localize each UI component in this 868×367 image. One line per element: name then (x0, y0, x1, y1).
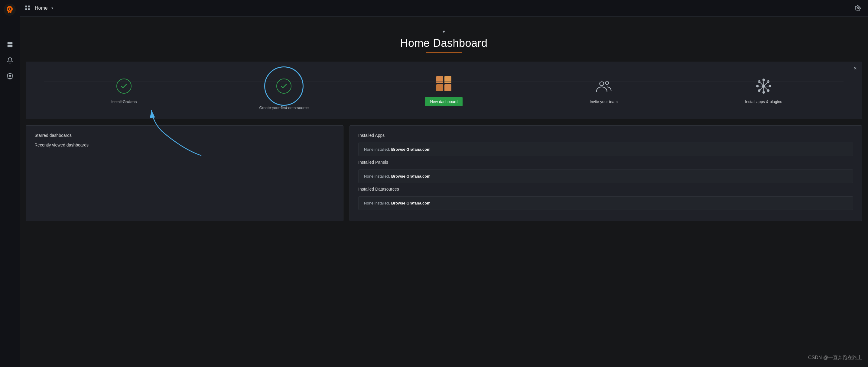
close-icon[interactable]: × (854, 66, 857, 71)
step2-icon-area (269, 71, 299, 101)
installed-apps-row: None installed. Browse Grafana.com (358, 142, 853, 156)
new-dashboard-button[interactable]: New dashboard (425, 97, 462, 106)
grafana-logo[interactable] (4, 4, 16, 16)
svg-rect-11 (28, 5, 30, 7)
topbar-settings-button[interactable] (852, 3, 863, 13)
main-content: Home ▾ ▾ Home Dashboard × (20, 0, 868, 367)
setup-step-install-plugins: Install apps & plugins (734, 77, 794, 104)
step5-label: Install apps & plugins (745, 99, 782, 104)
svg-point-23 (756, 85, 758, 87)
step4-icon-area (595, 77, 613, 95)
dashboard-header-chevron-icon: ▾ (20, 29, 868, 34)
step2-check-icon (276, 78, 291, 94)
svg-point-24 (769, 85, 771, 87)
block-cell-4 (444, 84, 452, 91)
lower-content: Starred dashboards Recently viewed dashb… (26, 125, 862, 221)
svg-point-9 (9, 75, 11, 77)
svg-point-21 (763, 79, 765, 81)
svg-point-29 (762, 85, 765, 88)
svg-point-22 (763, 92, 765, 94)
step2-label: Create your first data source (259, 105, 309, 110)
page-area: ▾ Home Dashboard × Install Grafana (20, 16, 868, 367)
setup-step-create-datasource: Create your first data source (254, 71, 314, 110)
step3-icon-area (435, 75, 453, 93)
grid-icon (25, 5, 31, 12)
svg-rect-6 (10, 42, 12, 44)
svg-rect-8 (10, 45, 12, 47)
setup-step-new-dashboard: New dashboard (413, 75, 474, 106)
step1-label: Install Grafana (111, 99, 137, 104)
block-cell-2 (444, 76, 452, 83)
installed-panels-row: None installed. Browse Grafana.com (358, 169, 853, 183)
sidebar (0, 0, 20, 367)
installed-datasources-row: None installed. Browse Grafana.com (358, 196, 853, 210)
svg-point-2 (9, 8, 10, 10)
svg-rect-13 (28, 8, 30, 10)
svg-point-27 (758, 90, 760, 92)
installed-panels-title: Installed Panels (358, 160, 853, 165)
installed-datasources-title: Installed Datasources (358, 187, 853, 192)
step1-check-icon (116, 78, 131, 94)
block-cell-3 (436, 84, 443, 91)
topbar-chevron-icon: ▾ (52, 6, 53, 10)
sidebar-item-dashboards[interactable] (3, 38, 17, 52)
svg-point-25 (758, 81, 760, 83)
topbar-nav: Home ▾ (25, 5, 53, 12)
starred-dashboards-link[interactable]: Starred dashboards (34, 133, 335, 138)
svg-rect-10 (25, 5, 27, 7)
step4-label: Invite your team (590, 99, 618, 104)
plugins-icon (755, 78, 772, 94)
svg-point-26 (767, 81, 769, 83)
step5-icon-area (755, 77, 773, 95)
svg-rect-5 (7, 42, 9, 44)
right-panel: Installed Apps None installed. Browse Gr… (349, 125, 862, 221)
svg-point-16 (605, 81, 609, 85)
watermark: CSDN @一直奔跑在路上 (808, 355, 862, 361)
sidebar-item-configuration[interactable] (3, 69, 17, 83)
people-icon (596, 78, 612, 94)
setup-step-invite-team: Invite your team (574, 77, 634, 104)
dashboard-header: ▾ Home Dashboard (20, 16, 868, 62)
svg-point-15 (599, 81, 604, 86)
sidebar-item-alerting[interactable] (3, 54, 17, 67)
browse-panels-link[interactable]: Browse Grafana.com (391, 174, 431, 178)
setup-banner: × Install Grafana (26, 62, 862, 119)
topbar-title: Home (35, 5, 48, 11)
svg-point-28 (767, 90, 769, 92)
browse-datasources-link[interactable]: Browse Grafana.com (391, 201, 431, 205)
setup-step-install-grafana: Install Grafana (94, 77, 154, 104)
dashboard-title: Home Dashboard (20, 37, 868, 49)
svg-rect-7 (7, 45, 9, 47)
browse-apps-link[interactable]: Browse Grafana.com (391, 147, 431, 152)
blocks-icon (436, 76, 452, 91)
installed-apps-title: Installed Apps (358, 133, 853, 138)
svg-point-14 (857, 7, 859, 9)
svg-rect-12 (25, 8, 27, 10)
left-panel: Starred dashboards Recently viewed dashb… (26, 125, 343, 221)
topbar: Home ▾ (20, 0, 868, 16)
sidebar-item-create[interactable] (3, 22, 17, 36)
recently-viewed-dashboards-link[interactable]: Recently viewed dashboards (34, 142, 335, 147)
step1-icon-area (115, 77, 133, 95)
block-cell-1 (436, 76, 443, 83)
dashboard-title-underline (426, 52, 462, 53)
